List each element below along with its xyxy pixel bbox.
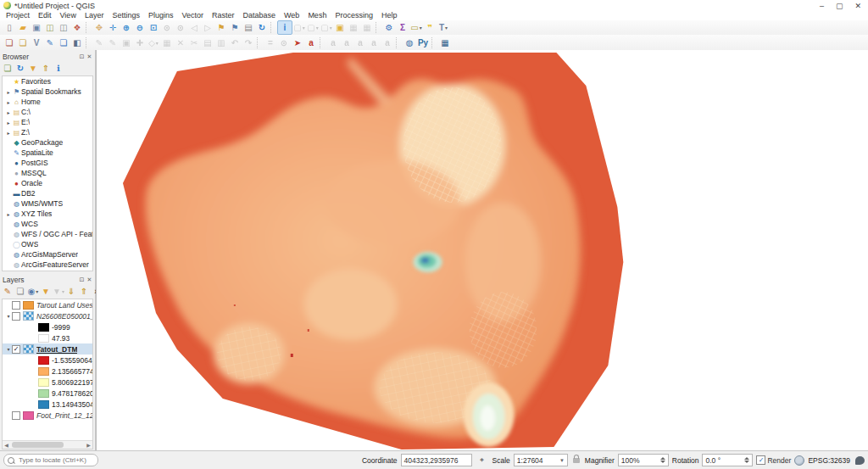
legend-item-13-149435043335[interactable]: 13.149435043335	[3, 399, 92, 410]
extents-toggle-icon[interactable]: ⌖	[476, 454, 489, 466]
browser-item-home[interactable]: ▸⌂Home	[3, 97, 92, 107]
legend-item-9-47817862033844[interactable]: 9.47817862033844	[3, 388, 92, 399]
label-move-button[interactable]: a	[353, 36, 367, 49]
menu-help[interactable]: Help	[377, 11, 402, 20]
expander-icon[interactable]: ▾	[5, 346, 12, 352]
dropdown-arrow-icon[interactable]: ▾	[420, 25, 422, 31]
crs-status[interactable]: EPSG:32639	[808, 456, 850, 465]
menu-project[interactable]: Project	[2, 11, 34, 20]
new-project-button[interactable]: ▯	[3, 21, 16, 34]
measure-line-button[interactable]: ▭▾	[409, 21, 423, 34]
legend-item-2-1356657743454[interactable]: 2.1356657743454	[3, 366, 92, 377]
redo-button[interactable]: ↷	[242, 36, 255, 49]
dropdown-arrow-icon[interactable]: ▾	[316, 25, 319, 31]
new-spatial-bookmark-button[interactable]: ⚑	[214, 21, 228, 34]
save-project-button[interactable]: ▣	[30, 21, 43, 34]
menu-vector[interactable]: Vector	[177, 11, 208, 20]
zoom-in-button[interactable]: ⊕	[120, 21, 133, 34]
menu-view[interactable]: View	[56, 11, 81, 20]
expander-icon[interactable]: ▸	[5, 130, 12, 136]
minimize-button[interactable]: –	[820, 2, 824, 10]
zoom-to-selection-button[interactable]: ⊙	[160, 21, 174, 34]
scroll-left-icon[interactable]: ◀	[3, 442, 10, 448]
layer-item-tatout-dtm[interactable]: ▾✓Tatout_DTM	[3, 343, 92, 355]
processing-toolbox-button[interactable]: ⚙	[382, 21, 396, 34]
expander-icon[interactable]: ▾	[5, 313, 12, 319]
locate-box[interactable]	[3, 454, 98, 466]
browser-item-xyz-tiles[interactable]: ▸◍XYZ Tiles	[3, 209, 92, 219]
open-project-button[interactable]: ▰	[16, 21, 30, 34]
modify-attributes-button[interactable]: ▦	[160, 36, 174, 49]
menu-processing[interactable]: Processing	[331, 11, 377, 20]
menu-plugins[interactable]: Plugins	[144, 11, 178, 20]
messages-icon[interactable]	[855, 456, 865, 465]
zoom-to-feature-button[interactable]: ⊙	[277, 36, 291, 49]
refresh-map-button[interactable]: ↻	[255, 21, 269, 34]
copy-features-button[interactable]: ▤	[201, 36, 214, 49]
show-bookmark-manager-button[interactable]: ▤	[242, 21, 255, 34]
menu-database[interactable]: Database	[239, 11, 281, 20]
expander-icon[interactable]: ▸	[5, 109, 12, 115]
geocoder-pin-button[interactable]: ➤	[291, 36, 304, 49]
scale-lock-icon[interactable]	[573, 458, 580, 463]
spinner-arrows-icon[interactable]	[744, 457, 749, 463]
vertex-tool-button[interactable]: ◇▾	[147, 36, 160, 49]
open-layer-styling-button[interactable]: ✎	[2, 285, 14, 298]
browser-item-mssql[interactable]: ●MSSQL	[3, 168, 92, 178]
expander-icon[interactable]: ▸	[5, 211, 12, 217]
dropdown-arrow-icon[interactable]: ▾	[156, 40, 159, 46]
collapse-all-button[interactable]: ⇑	[40, 62, 52, 75]
menu-settings[interactable]: Settings	[108, 11, 144, 20]
menu-raster[interactable]: Raster	[208, 11, 239, 20]
label-change-button[interactable]: a	[381, 36, 394, 49]
dropdown-arrow-icon[interactable]: ▾	[36, 288, 38, 294]
filter-browser-button[interactable]: ▼	[27, 62, 39, 75]
data-source-manager-button[interactable]: ❏	[3, 36, 16, 49]
browser-close-icon[interactable]: ✕	[86, 53, 93, 60]
layer-visibility-checkbox[interactable]: ✓	[12, 345, 20, 354]
expand-all-layers-button[interactable]: ⇓	[65, 285, 77, 298]
paste-features-button[interactable]: ▥	[214, 36, 228, 49]
undo-button[interactable]: ↶	[228, 36, 242, 49]
expander-icon[interactable]: ▸	[5, 89, 12, 95]
close-button[interactable]: ✕	[854, 2, 861, 10]
layer-item-tarout-land-uses[interactable]: Tarout Land Uses	[3, 299, 92, 310]
zoom-last-button[interactable]: ◁	[187, 21, 201, 34]
menu-edit[interactable]: Edit	[34, 11, 56, 20]
manage-map-themes-button[interactable]: ◉▾	[27, 285, 39, 298]
maximize-button[interactable]: ▢	[836, 2, 843, 10]
browser-undock-icon[interactable]: ⊡	[78, 53, 86, 60]
pan-map-button[interactable]: ✥	[92, 21, 106, 34]
zoom-to-layer-button[interactable]: ⊙	[174, 21, 187, 34]
label-rotate-button[interactable]: a	[367, 36, 381, 49]
statistical-summary-button[interactable]: Σ	[396, 21, 409, 34]
expander-icon[interactable]: ▸	[5, 99, 12, 105]
render-checkbox[interactable]: ✓ Render	[756, 455, 791, 465]
new-spatialite-layer-button[interactable]: ✎	[43, 36, 57, 49]
map-tips-button[interactable]: ❞	[423, 21, 437, 34]
browser-item-arcgismapserver[interactable]: ◍ArcGisMapServer	[3, 249, 92, 260]
zoom-next-button[interactable]: ▷	[201, 21, 214, 34]
zoom-out-button[interactable]: ⊖	[133, 21, 147, 34]
pan-to-selection-button[interactable]: ✛	[106, 21, 120, 34]
refresh-browser-button[interactable]: ↻	[14, 62, 26, 75]
collapse-all-layers-button[interactable]: ⇑	[78, 285, 90, 298]
add-group-button[interactable]: ❏	[14, 285, 26, 298]
magnifier-spinbox[interactable]: 100%	[618, 454, 669, 466]
menu-layer[interactable]: Layer	[81, 11, 108, 20]
deselect-features-button[interactable]: ▢▾	[320, 21, 333, 34]
coordinate-field[interactable]: 404323,2935976	[401, 454, 472, 466]
layer-item-n26608e050001-n26525[interactable]: ▾N26608E050001_N26525...	[3, 310, 92, 321]
delete-selected-button[interactable]: ✕	[174, 36, 187, 49]
browser-item-wcs[interactable]: ◍WCS	[3, 219, 92, 229]
legend-item-9999[interactable]: -9999	[3, 321, 92, 332]
filter-legend-button[interactable]: ▼	[40, 285, 52, 298]
layer-visibility-checkbox[interactable]	[12, 301, 20, 310]
browser-item-favorites[interactable]: ★Favorites	[3, 76, 92, 87]
select-features-button[interactable]: ▢▾	[292, 21, 306, 34]
current-edits-button[interactable]: ✎	[92, 36, 106, 49]
layer-visibility-checkbox[interactable]	[12, 312, 20, 321]
browser-item-e[interactable]: ▸▤E:\	[3, 117, 92, 127]
new-shapefile-layer-button[interactable]: V	[30, 36, 43, 49]
show-spatial-bookmarks-button[interactable]: ⚑	[228, 21, 242, 34]
